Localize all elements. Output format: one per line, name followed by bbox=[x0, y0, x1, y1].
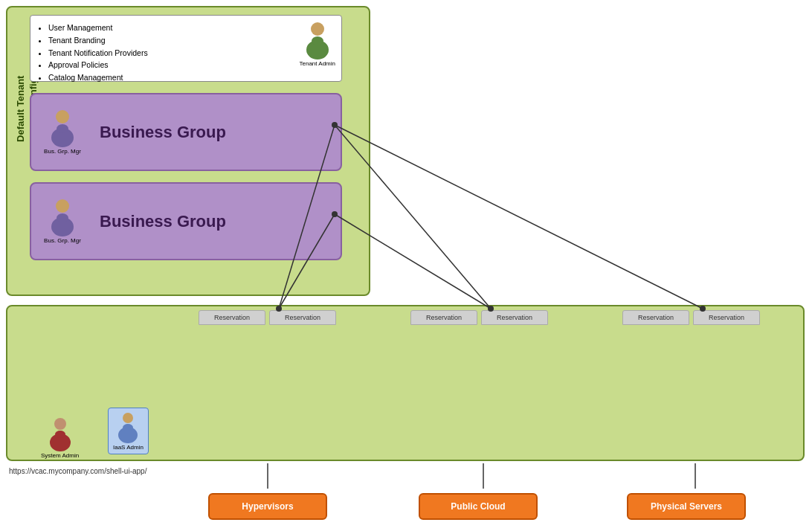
svg-point-23 bbox=[123, 424, 133, 431]
tenant-admin-box: User Management Tenant Branding Tenant N… bbox=[30, 15, 342, 82]
bus-grp-mgr-figure-2: Bus. Grp. Mgr bbox=[40, 199, 85, 244]
svg-point-18 bbox=[54, 418, 66, 430]
svg-point-8 bbox=[57, 213, 68, 222]
svg-point-0 bbox=[311, 22, 324, 36]
list-item: Approval Policies bbox=[48, 59, 294, 71]
list-item: Tenant Branding bbox=[48, 34, 294, 47]
bus-grp-mgr-figure-1: Bus. Grp. Mgr bbox=[40, 109, 85, 155]
tenant-admin-figure: Tenant Admin bbox=[300, 22, 335, 67]
physical-servers-label: Physical Servers bbox=[627, 493, 746, 520]
reservation-tab-3-2: Reservation bbox=[693, 310, 760, 325]
svg-line-26 bbox=[335, 125, 703, 309]
reservation-tab-3-1: Reservation bbox=[622, 310, 689, 325]
hypervisors-label: Hypervisors bbox=[208, 493, 327, 520]
reservation-tab-2-2: Reservation bbox=[481, 310, 548, 325]
tenant-admin-list: User Management Tenant Branding Tenant N… bbox=[36, 22, 294, 84]
bus-grp-mgr-label-2: Bus. Grp. Mgr bbox=[44, 237, 81, 244]
bus-grp-mgr-icon-2 bbox=[46, 199, 79, 237]
public-cloud-label: Public Cloud bbox=[419, 493, 538, 520]
system-admin-icon bbox=[45, 416, 75, 452]
system-admin-figure: System Admin bbox=[41, 416, 79, 459]
iaas-admin-label: IaaS Admin bbox=[113, 444, 144, 451]
svg-point-3 bbox=[56, 110, 69, 123]
iaas-admin-icon bbox=[115, 411, 141, 444]
iaas-admin-figure: IaaS Admin bbox=[108, 408, 149, 454]
system-admin-label: System Admin bbox=[41, 452, 79, 459]
business-group-label-2: Business Group bbox=[100, 212, 226, 231]
reservation-tab-1-1: Reservation bbox=[199, 310, 265, 325]
bus-grp-mgr-label-1: Bus. Grp. Mgr bbox=[44, 148, 81, 155]
reservation-tab-2-1: Reservation bbox=[410, 310, 477, 325]
list-item: Tenant Notification Providers bbox=[48, 47, 294, 59]
tenant-config-box: Default Tenant (Tenant config) User Mana… bbox=[6, 6, 370, 296]
svg-point-2 bbox=[312, 36, 323, 45]
svg-point-5 bbox=[57, 124, 68, 133]
list-item: User Management bbox=[48, 22, 294, 34]
url-text: https://vcac.mycompany.com/shell-ui-app/ bbox=[9, 467, 146, 475]
bus-grp-mgr-icon-1 bbox=[46, 109, 79, 148]
business-group-1: Bus. Grp. Mgr Business Group bbox=[30, 93, 342, 171]
diagram-container: Default Tenant (Tenant config) User Mana… bbox=[0, 0, 812, 531]
tenant-admin-label: Tenant Admin bbox=[300, 60, 335, 67]
reservation-tab-1-2: Reservation bbox=[269, 310, 336, 325]
business-group-2: Bus. Grp. Mgr Business Group bbox=[30, 182, 342, 260]
svg-point-20 bbox=[55, 431, 65, 438]
svg-point-6 bbox=[56, 199, 69, 213]
tenant-admin-icon bbox=[301, 22, 334, 60]
business-group-label-1: Business Group bbox=[100, 123, 226, 142]
list-item: Catalog Management bbox=[48, 71, 294, 84]
svg-point-21 bbox=[123, 413, 133, 423]
